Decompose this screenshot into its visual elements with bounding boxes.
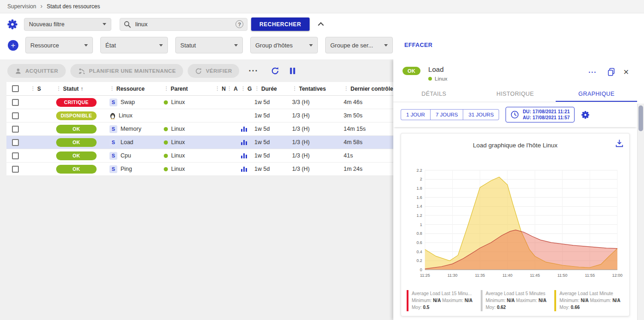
- sort-ascending-icon[interactable]: ↑: [80, 86, 83, 92]
- saved-filter-select[interactable]: Nouveau filtre: [24, 18, 111, 31]
- column-header-notes[interactable]: N: [222, 86, 226, 92]
- duration-cell: 1w 5d: [254, 126, 292, 132]
- status-badge: CRITIQUE: [56, 98, 97, 107]
- close-panel-icon[interactable]: ×: [623, 67, 629, 76]
- column-menu-icon[interactable]: ⋮: [227, 86, 232, 92]
- acknowledge-button[interactable]: ACQUITTER: [7, 64, 66, 78]
- column-header-duration[interactable]: Durée: [261, 86, 277, 92]
- resource-name: Memory: [121, 126, 141, 132]
- search-input[interactable]: [134, 20, 232, 28]
- row-checkbox[interactable]: [12, 139, 19, 146]
- resource-table-body: CRITIQUESSwapLinux1w 5d3/3 (H)4m 46sDISP…: [6, 96, 393, 176]
- svg-text:0.6: 0.6: [416, 240, 422, 245]
- svg-text:1.8: 1.8: [416, 186, 422, 191]
- scrollbar-thumb[interactable]: [638, 105, 643, 131]
- table-row[interactable]: OKSCpuLinux1w 5d1/3 (H)41s: [6, 149, 393, 163]
- filter-settings-gear-icon[interactable]: [7, 19, 18, 30]
- custom-period-button[interactable]: DU: 17/08/2021 11:21 AU: 17/08/2021 11:5…: [506, 107, 574, 122]
- column-menu-icon[interactable]: ⋮: [344, 86, 349, 92]
- table-row[interactable]: OKSPingLinux1w 5d1/3 (H)1m 24s: [6, 163, 393, 176]
- row-checkbox[interactable]: [12, 126, 19, 133]
- more-actions-icon[interactable]: ···: [246, 66, 261, 76]
- export-graph-icon[interactable]: [615, 139, 624, 149]
- legend-min-max: Minimum: N/A Maximum: N/A: [412, 297, 472, 304]
- search-button[interactable]: RECHERCHER: [251, 17, 310, 31]
- resource-name: Load: [121, 139, 133, 145]
- status-badge: OK: [56, 151, 97, 160]
- copy-link-icon[interactable]: [607, 68, 615, 76]
- table-header-row: ⋮S ⋮Statut↑ ⋮Ressource ⋮Parent ⋮N ⋮A ⋮G …: [6, 82, 393, 96]
- column-menu-icon[interactable]: ⋮: [241, 86, 246, 92]
- column-header-tries[interactable]: Tentatives: [299, 86, 326, 92]
- table-row[interactable]: DISPONIBLELinux1w 5d1/3 (H)3m 50s: [6, 109, 393, 122]
- legend-item[interactable]: Average Load Last 5 MinutesMinimum: N/A …: [481, 290, 550, 311]
- graph-icon[interactable]: [241, 139, 247, 145]
- row-checkbox[interactable]: [12, 99, 19, 106]
- tries-cell: 1/3 (H): [292, 152, 344, 159]
- filter-state-select[interactable]: État: [100, 37, 168, 53]
- column-menu-icon[interactable]: ⋮: [254, 86, 259, 92]
- breadcrumb-current-page[interactable]: Statut des ressources: [46, 3, 100, 10]
- check-button[interactable]: VÉRIFIER: [188, 64, 239, 78]
- range-7-days-button[interactable]: 7 JOURS: [430, 109, 464, 120]
- graph-settings-gear-icon[interactable]: [581, 111, 590, 119]
- legend-item[interactable]: Average Load Last MinuteMinimum: N/A Max…: [554, 290, 624, 311]
- panel-title: Load: [428, 65, 586, 73]
- column-menu-icon[interactable]: ⋮: [215, 86, 220, 92]
- column-header-severity[interactable]: S: [37, 86, 41, 92]
- range-1-day-button[interactable]: 1 JOUR: [401, 109, 431, 120]
- row-checkbox[interactable]: [12, 166, 19, 173]
- panel-more-actions-icon[interactable]: ···: [586, 68, 599, 76]
- last-check-cell: 14m 15s: [344, 126, 393, 132]
- period-to: AU: 17/08/2021 11:57: [523, 115, 569, 121]
- tab-history[interactable]: HISTORIQUE: [475, 86, 556, 102]
- scrollbar-track[interactable]: [637, 104, 644, 320]
- filter-hostgroup-select[interactable]: Group d'hôtes: [250, 37, 318, 53]
- status-badge: DISPONIBLE: [56, 111, 97, 120]
- range-31-days-button[interactable]: 31 JOURS: [463, 109, 499, 120]
- pause-autorefresh-icon[interactable]: [289, 67, 296, 75]
- legend-average: Moy: 0.66: [559, 304, 620, 311]
- add-filter-criteria-button[interactable]: +: [8, 40, 18, 51]
- graph-icon[interactable]: [241, 126, 247, 132]
- filter-servicegroup-select[interactable]: Groupe de ser...: [325, 37, 393, 53]
- column-menu-icon[interactable]: ⋮: [56, 86, 61, 92]
- filter-resource-select[interactable]: Ressource: [25, 37, 93, 53]
- svg-text:1.4: 1.4: [416, 204, 422, 209]
- search-box[interactable]: ?: [120, 18, 247, 31]
- refresh-icon[interactable]: [271, 67, 279, 75]
- service-icon: S: [109, 139, 117, 146]
- graph-icon[interactable]: [241, 152, 247, 159]
- table-row[interactable]: CRITIQUESSwapLinux1w 5d3/3 (H)4m 46s: [6, 96, 393, 109]
- breadcrumb-supervision[interactable]: Supervision: [7, 3, 36, 10]
- row-checkbox[interactable]: [12, 152, 19, 159]
- column-header-last-check[interactable]: Dernier contrôle: [351, 86, 393, 92]
- load-chart-svg[interactable]: 00.20.40.60.811.21.41.61.822.211:2511:30…: [407, 150, 624, 287]
- column-header-parent[interactable]: Parent: [171, 86, 188, 92]
- column-header-status[interactable]: Statut: [63, 86, 79, 92]
- column-menu-icon[interactable]: ⋮: [109, 86, 115, 92]
- collapse-filters-chevron-up-icon[interactable]: [318, 22, 324, 28]
- svg-text:11:40: 11:40: [502, 273, 512, 278]
- set-downtime-button[interactable]: PLANIFIER UNE MAINTENANCE: [70, 64, 184, 78]
- column-menu-icon[interactable]: ⋮: [292, 86, 297, 92]
- column-menu-icon[interactable]: ⋮: [164, 86, 169, 92]
- select-all-checkbox[interactable]: [12, 85, 19, 92]
- filter-status-select[interactable]: Statut: [175, 37, 243, 53]
- service-icon: S: [109, 99, 117, 106]
- column-menu-icon[interactable]: ⋮: [30, 86, 35, 92]
- clear-filters-button[interactable]: EFFACER: [402, 41, 435, 49]
- tab-graph[interactable]: GRAPHIQUE: [556, 86, 637, 102]
- column-header-ack[interactable]: A: [234, 86, 238, 92]
- maintenance-icon: [78, 68, 86, 75]
- help-icon[interactable]: ?: [236, 20, 243, 28]
- column-header-resource[interactable]: Ressource: [116, 86, 144, 92]
- table-row[interactable]: OKSMemoryLinux1w 5d1/3 (H)14m 15s: [6, 122, 393, 136]
- duration-cell: 1w 5d: [254, 99, 292, 105]
- tab-details[interactable]: DÉTAILS: [393, 86, 475, 102]
- row-checkbox[interactable]: [12, 112, 19, 119]
- legend-item[interactable]: Average Load Last 15 Minu...Minimum: N/A…: [407, 290, 476, 311]
- graph-icon[interactable]: [241, 166, 247, 172]
- table-row[interactable]: OKSLoadLinux1w 5d1/3 (H)4m 58s: [6, 136, 393, 149]
- column-header-graph[interactable]: G: [247, 86, 252, 92]
